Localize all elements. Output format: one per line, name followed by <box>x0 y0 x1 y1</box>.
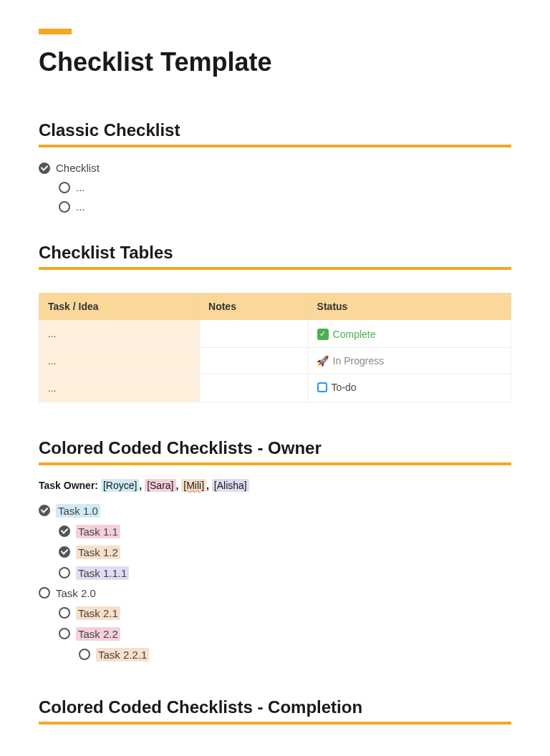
table-row[interactable]: ...✓Complete <box>39 320 511 348</box>
checkmark-icon[interactable] <box>59 546 70 558</box>
col-status: Status <box>308 294 511 320</box>
owner-line: Task Owner: [Royce], [Sara], [Mili], [Al… <box>39 480 511 491</box>
owner-tag: [Mili] <box>181 479 206 492</box>
circle-icon[interactable] <box>79 649 90 660</box>
cell-status: To-do <box>308 374 511 402</box>
accent-bar <box>39 29 72 34</box>
list-item[interactable]: Task 1.1.1 <box>59 566 511 580</box>
underline <box>39 145 511 147</box>
checkmark-icon[interactable] <box>39 505 50 516</box>
cell-notes <box>200 347 309 374</box>
list-item[interactable]: ... <box>59 200 511 213</box>
cell-task: ... <box>39 347 200 374</box>
table-row[interactable]: ...To-do <box>39 374 511 402</box>
heading-classic: Classic Checklist <box>39 120 511 140</box>
circle-icon[interactable] <box>39 587 50 598</box>
cell-status: ✓Complete <box>308 320 511 348</box>
section-tables: Checklist Tables Task / Idea Notes Statu… <box>39 243 511 402</box>
list-item[interactable]: Task 2.2.1 <box>79 648 511 662</box>
circle-icon[interactable] <box>59 607 70 619</box>
checkmark-icon[interactable] <box>39 163 50 174</box>
cell-notes <box>200 374 309 402</box>
checklist-table: Task / Idea Notes Status ...✓Complete...… <box>39 293 511 402</box>
rocket-icon: 🚀 <box>317 355 329 367</box>
section-classic: Classic Checklist Checklist...... <box>39 120 511 213</box>
item-label: Task 1.1 <box>76 525 120 538</box>
underline <box>39 462 511 465</box>
status-text: To-do <box>332 382 357 393</box>
item-label: Checklist <box>56 162 100 174</box>
owner-tag: [Alisha] <box>212 479 249 492</box>
page-title: Checklist Template <box>39 47 511 77</box>
section-owner: Colored Coded Checklists - Owner Task Ow… <box>39 438 511 662</box>
list-item[interactable]: Task 2.2 <box>59 627 511 641</box>
section-completion: Colored Coded Checklists - Completion <box>39 697 511 724</box>
item-label: Task 1.0 <box>56 504 100 518</box>
item-label: Task 2.2.1 <box>96 648 149 662</box>
item-label: ... <box>76 200 85 213</box>
circle-icon[interactable] <box>59 628 70 639</box>
list-item[interactable]: Checklist <box>39 162 511 174</box>
owner-label: Task Owner: <box>39 480 98 491</box>
circle-icon[interactable] <box>59 201 70 213</box>
status-text: In Progress <box>333 355 385 367</box>
list-item[interactable]: Task 2.1 <box>59 606 511 620</box>
classic-checklist: Checklist...... <box>39 162 511 213</box>
heading-owner: Colored Coded Checklists - Owner <box>39 438 511 458</box>
col-task: Task / Idea <box>39 294 200 320</box>
list-item[interactable]: Task 2.0 <box>39 587 511 599</box>
heading-completion: Colored Coded Checklists - Completion <box>39 697 511 717</box>
cell-status: 🚀In Progress <box>308 347 511 374</box>
status-text: Complete <box>333 329 376 340</box>
underline <box>39 722 511 724</box>
cell-task: ... <box>39 374 200 402</box>
cell-notes <box>200 320 309 348</box>
table-row[interactable]: ...🚀In Progress <box>39 347 511 374</box>
circle-icon[interactable] <box>59 182 70 193</box>
item-label: Task 1.1.1 <box>76 566 129 580</box>
heading-tables: Checklist Tables <box>39 243 511 263</box>
item-label: Task 2.2 <box>76 627 120 641</box>
circle-icon[interactable] <box>59 567 70 578</box>
item-label: ... <box>76 181 85 193</box>
owner-tag: [Sara] <box>145 479 175 492</box>
item-label: Task 2.1 <box>76 606 120 620</box>
col-notes: Notes <box>200 294 309 320</box>
owner-tag: [Royce] <box>101 479 139 492</box>
list-item[interactable]: Task 1.2 <box>59 546 511 559</box>
list-item[interactable]: Task 1.1 <box>59 525 511 538</box>
item-label: Task 2.0 <box>56 587 96 599</box>
square-icon <box>317 382 327 392</box>
underline <box>39 267 511 270</box>
cell-task: ... <box>39 320 200 348</box>
item-label: Task 1.2 <box>76 546 120 559</box>
list-item[interactable]: ... <box>59 181 511 193</box>
check-icon: ✓ <box>317 329 329 340</box>
list-item[interactable]: Task 1.0 <box>39 504 511 518</box>
owner-checklist: Task 1.0Task 1.1Task 1.2Task 1.1.1Task 2… <box>39 504 511 662</box>
checkmark-icon[interactable] <box>59 525 70 537</box>
